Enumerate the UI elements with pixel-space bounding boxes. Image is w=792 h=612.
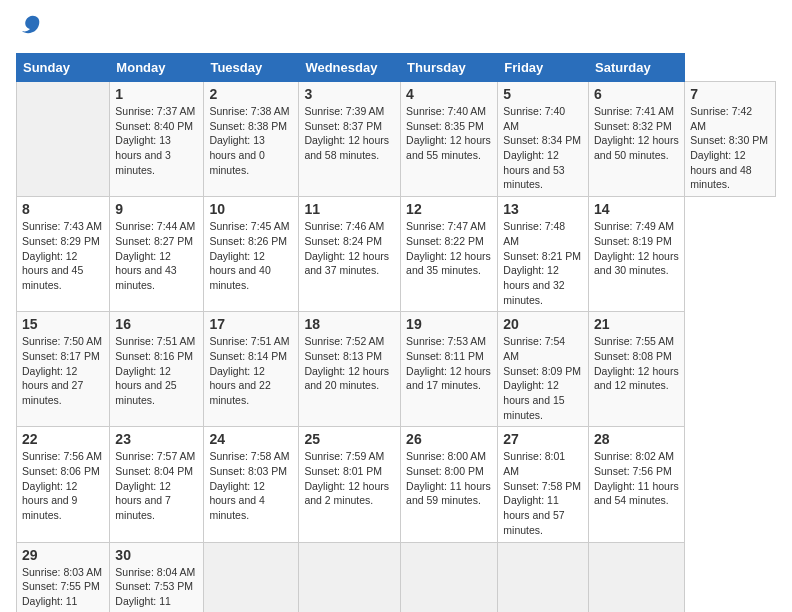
day-number: 27 <box>503 431 583 447</box>
calendar-cell: 11Sunrise: 7:46 AMSunset: 8:24 PMDayligh… <box>299 197 401 312</box>
calendar-cell: 2Sunrise: 7:38 AMSunset: 8:38 PMDaylight… <box>204 82 299 197</box>
day-info: Sunrise: 7:54 AMSunset: 8:09 PMDaylight:… <box>503 334 583 422</box>
day-info: Sunrise: 7:52 AMSunset: 8:13 PMDaylight:… <box>304 334 395 393</box>
day-number: 1 <box>115 86 198 102</box>
calendar-table: SundayMondayTuesdayWednesdayThursdayFrid… <box>16 53 776 612</box>
day-info: Sunrise: 7:45 AMSunset: 8:26 PMDaylight:… <box>209 219 293 292</box>
calendar-cell: 28Sunrise: 8:02 AMSunset: 7:56 PMDayligh… <box>589 427 685 542</box>
calendar-cell: 16Sunrise: 7:51 AMSunset: 8:16 PMDayligh… <box>110 312 204 427</box>
day-info: Sunrise: 7:40 AMSunset: 8:35 PMDaylight:… <box>406 104 492 163</box>
header-thursday: Thursday <box>401 54 498 82</box>
calendar-week-1: 1Sunrise: 7:37 AMSunset: 8:40 PMDaylight… <box>17 82 776 197</box>
calendar-header-row: SundayMondayTuesdayWednesdayThursdayFrid… <box>17 54 776 82</box>
calendar-cell: 4Sunrise: 7:40 AMSunset: 8:35 PMDaylight… <box>401 82 498 197</box>
day-number: 3 <box>304 86 395 102</box>
calendar-cell: 30Sunrise: 8:04 AMSunset: 7:53 PMDayligh… <box>110 542 204 612</box>
day-info: Sunrise: 7:41 AMSunset: 8:32 PMDaylight:… <box>594 104 679 163</box>
header-tuesday: Tuesday <box>204 54 299 82</box>
header-sunday: Sunday <box>17 54 110 82</box>
day-info: Sunrise: 7:58 AMSunset: 8:03 PMDaylight:… <box>209 449 293 522</box>
header-monday: Monday <box>110 54 204 82</box>
calendar-cell: 21Sunrise: 7:55 AMSunset: 8:08 PMDayligh… <box>589 312 685 427</box>
day-info: Sunrise: 7:51 AMSunset: 8:16 PMDaylight:… <box>115 334 198 407</box>
day-number: 7 <box>690 86 770 102</box>
day-number: 9 <box>115 201 198 217</box>
calendar-cell: 13Sunrise: 7:48 AMSunset: 8:21 PMDayligh… <box>498 197 589 312</box>
page-header <box>16 16 776 41</box>
calendar-cell: 9Sunrise: 7:44 AMSunset: 8:27 PMDaylight… <box>110 197 204 312</box>
calendar-cell: 5Sunrise: 7:40 AMSunset: 8:34 PMDaylight… <box>498 82 589 197</box>
day-info: Sunrise: 8:02 AMSunset: 7:56 PMDaylight:… <box>594 449 679 508</box>
calendar-week-2: 8Sunrise: 7:43 AMSunset: 8:29 PMDaylight… <box>17 197 776 312</box>
day-info: Sunrise: 8:04 AMSunset: 7:53 PMDaylight:… <box>115 565 198 613</box>
calendar-cell <box>498 542 589 612</box>
day-number: 28 <box>594 431 679 447</box>
day-info: Sunrise: 7:59 AMSunset: 8:01 PMDaylight:… <box>304 449 395 508</box>
calendar-cell <box>299 542 401 612</box>
day-info: Sunrise: 7:43 AMSunset: 8:29 PMDaylight:… <box>22 219 104 292</box>
day-number: 22 <box>22 431 104 447</box>
calendar-cell: 1Sunrise: 7:37 AMSunset: 8:40 PMDaylight… <box>110 82 204 197</box>
calendar-cell: 8Sunrise: 7:43 AMSunset: 8:29 PMDaylight… <box>17 197 110 312</box>
calendar-cell: 18Sunrise: 7:52 AMSunset: 8:13 PMDayligh… <box>299 312 401 427</box>
day-info: Sunrise: 7:50 AMSunset: 8:17 PMDaylight:… <box>22 334 104 407</box>
day-number: 4 <box>406 86 492 102</box>
day-info: Sunrise: 7:49 AMSunset: 8:19 PMDaylight:… <box>594 219 679 278</box>
calendar-cell <box>17 82 110 197</box>
day-number: 15 <box>22 316 104 332</box>
day-number: 24 <box>209 431 293 447</box>
day-info: Sunrise: 7:57 AMSunset: 8:04 PMDaylight:… <box>115 449 198 522</box>
header-saturday: Saturday <box>589 54 685 82</box>
day-number: 30 <box>115 547 198 563</box>
calendar-cell: 27Sunrise: 8:01 AMSunset: 7:58 PMDayligh… <box>498 427 589 542</box>
day-number: 25 <box>304 431 395 447</box>
day-info: Sunrise: 8:03 AMSunset: 7:55 PMDaylight:… <box>22 565 104 613</box>
day-number: 17 <box>209 316 293 332</box>
calendar-cell: 23Sunrise: 7:57 AMSunset: 8:04 PMDayligh… <box>110 427 204 542</box>
day-number: 6 <box>594 86 679 102</box>
calendar-cell: 3Sunrise: 7:39 AMSunset: 8:37 PMDaylight… <box>299 82 401 197</box>
day-number: 21 <box>594 316 679 332</box>
day-number: 20 <box>503 316 583 332</box>
day-number: 12 <box>406 201 492 217</box>
calendar-cell <box>401 542 498 612</box>
calendar-cell <box>589 542 685 612</box>
day-info: Sunrise: 7:39 AMSunset: 8:37 PMDaylight:… <box>304 104 395 163</box>
calendar-cell: 14Sunrise: 7:49 AMSunset: 8:19 PMDayligh… <box>589 197 685 312</box>
calendar-cell: 10Sunrise: 7:45 AMSunset: 8:26 PMDayligh… <box>204 197 299 312</box>
calendar-cell: 19Sunrise: 7:53 AMSunset: 8:11 PMDayligh… <box>401 312 498 427</box>
day-info: Sunrise: 7:44 AMSunset: 8:27 PMDaylight:… <box>115 219 198 292</box>
calendar-cell: 15Sunrise: 7:50 AMSunset: 8:17 PMDayligh… <box>17 312 110 427</box>
header-wednesday: Wednesday <box>299 54 401 82</box>
day-info: Sunrise: 7:56 AMSunset: 8:06 PMDaylight:… <box>22 449 104 522</box>
day-info: Sunrise: 7:46 AMSunset: 8:24 PMDaylight:… <box>304 219 395 278</box>
day-info: Sunrise: 7:53 AMSunset: 8:11 PMDaylight:… <box>406 334 492 393</box>
day-info: Sunrise: 7:55 AMSunset: 8:08 PMDaylight:… <box>594 334 679 393</box>
calendar-week-3: 15Sunrise: 7:50 AMSunset: 8:17 PMDayligh… <box>17 312 776 427</box>
day-info: Sunrise: 7:48 AMSunset: 8:21 PMDaylight:… <box>503 219 583 307</box>
day-info: Sunrise: 7:37 AMSunset: 8:40 PMDaylight:… <box>115 104 198 177</box>
day-info: Sunrise: 7:47 AMSunset: 8:22 PMDaylight:… <box>406 219 492 278</box>
day-info: Sunrise: 7:51 AMSunset: 8:14 PMDaylight:… <box>209 334 293 407</box>
day-number: 11 <box>304 201 395 217</box>
logo-bird-icon <box>18 12 42 36</box>
calendar-cell: 6Sunrise: 7:41 AMSunset: 8:32 PMDaylight… <box>589 82 685 197</box>
calendar-cell: 17Sunrise: 7:51 AMSunset: 8:14 PMDayligh… <box>204 312 299 427</box>
calendar-week-4: 22Sunrise: 7:56 AMSunset: 8:06 PMDayligh… <box>17 427 776 542</box>
day-number: 13 <box>503 201 583 217</box>
day-number: 14 <box>594 201 679 217</box>
calendar-cell: 7Sunrise: 7:42 AMSunset: 8:30 PMDaylight… <box>685 82 776 197</box>
day-number: 26 <box>406 431 492 447</box>
day-number: 16 <box>115 316 198 332</box>
calendar-cell: 25Sunrise: 7:59 AMSunset: 8:01 PMDayligh… <box>299 427 401 542</box>
day-info: Sunrise: 7:38 AMSunset: 8:38 PMDaylight:… <box>209 104 293 177</box>
calendar-cell: 24Sunrise: 7:58 AMSunset: 8:03 PMDayligh… <box>204 427 299 542</box>
day-number: 18 <box>304 316 395 332</box>
calendar-cell: 12Sunrise: 7:47 AMSunset: 8:22 PMDayligh… <box>401 197 498 312</box>
day-number: 5 <box>503 86 583 102</box>
logo <box>16 16 42 41</box>
day-number: 2 <box>209 86 293 102</box>
calendar-cell: 29Sunrise: 8:03 AMSunset: 7:55 PMDayligh… <box>17 542 110 612</box>
calendar-cell: 20Sunrise: 7:54 AMSunset: 8:09 PMDayligh… <box>498 312 589 427</box>
day-info: Sunrise: 7:42 AMSunset: 8:30 PMDaylight:… <box>690 104 770 192</box>
